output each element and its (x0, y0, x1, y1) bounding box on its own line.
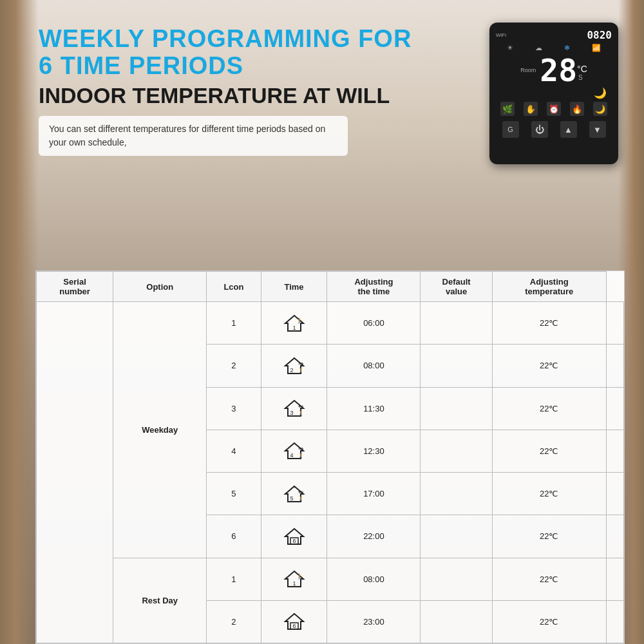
device-time: 0820 (587, 29, 612, 41)
rest-period-1: 1 (207, 558, 261, 600)
device-temp: 28 (540, 55, 577, 86)
rest-adj-temp-1 (606, 558, 623, 600)
svg-text:⇐: ⇐ (298, 488, 303, 495)
col-time: Time (261, 272, 327, 302)
device-g-btn[interactable]: G (502, 121, 519, 138)
svg-text:⇒: ⇒ (298, 445, 303, 452)
col-serial: Serialnumber (37, 272, 113, 302)
serial-number-cell (37, 302, 113, 643)
rest-adj-temp-2 (606, 600, 623, 643)
subtitle-text: You can set different temperatures for d… (49, 122, 337, 149)
device-room-label: Room (520, 67, 536, 73)
device-s-label: S (578, 74, 587, 81)
col-option: Option (113, 272, 207, 302)
device-sun-icon: ☀ (507, 44, 513, 52)
device-moon-btn[interactable]: 🌙 (593, 102, 607, 116)
default-2: 22℃ (492, 345, 606, 387)
device-wifi-label: WiFi (496, 32, 506, 38)
device-wifi-icon: 📶 (592, 44, 601, 52)
svg-text:6: 6 (292, 623, 296, 629)
svg-text:⇐: ⇐ (298, 402, 303, 410)
device-icons-row: ☀ ☁ ❄ 📶 (496, 44, 612, 52)
rest-time-1: 08:00 (327, 558, 421, 600)
adj-time-1 (421, 302, 493, 345)
period-3: 3 (207, 387, 261, 430)
adj-time-2 (421, 345, 493, 387)
main-title-line3: INDOOR TEMPERATURE AT WILL (39, 82, 470, 109)
time-1: 06:00 (327, 302, 421, 345)
main-title-line1: WEEKLY PROGRAMMING FOR (39, 26, 470, 53)
svg-text:⇒: ⇒ (298, 360, 303, 367)
svg-text:🚶: 🚶 (298, 452, 304, 459)
svg-text:6: 6 (292, 538, 296, 544)
schedule-table: Serialnumber Option Lcon Time Adjustingt… (36, 271, 624, 643)
time-2: 08:00 (327, 345, 421, 387)
svg-text:🚶: 🚶 (298, 410, 304, 416)
adj-time-4 (421, 430, 493, 472)
svg-text:4: 4 (290, 452, 293, 459)
period-2: 2 (207, 345, 261, 387)
rest-period-2: 2 (207, 600, 261, 643)
icon-5: 5 ⇐ 🚶 (261, 473, 327, 515)
default-4: 22℃ (492, 430, 606, 472)
svg-text:🚶: 🚶 (296, 573, 303, 580)
col-adjusting-time: Adjustingthe time (327, 272, 421, 302)
device-leaf-btn[interactable]: 🌿 (500, 102, 515, 116)
device-power-btn[interactable]: ⏻ (531, 121, 548, 138)
device-clock-btn[interactable]: ⏰ (547, 102, 561, 116)
svg-text:🚶: 🚶 (298, 495, 304, 502)
table-header-row: Serialnumber Option Lcon Time Adjustingt… (37, 272, 624, 302)
adj-temp-1 (606, 302, 623, 345)
device-hand-btn[interactable]: ✋ (524, 102, 538, 116)
svg-text:2: 2 (290, 367, 293, 374)
device-down-btn[interactable]: ▼ (589, 121, 606, 138)
default-1: 22℃ (492, 302, 606, 345)
adj-temp-3 (606, 387, 623, 430)
svg-text:1: 1 (292, 580, 296, 587)
time-3: 11:30 (327, 387, 421, 430)
icon-1: 1 🚶 (261, 302, 327, 345)
svg-text:5: 5 (290, 495, 293, 502)
rest-default-2: 22℃ (492, 600, 606, 643)
device-flame-btn[interactable]: 🔥 (570, 102, 584, 116)
thermostat-device: WiFi 0820 ☀ ☁ ❄ 📶 Room 28 °C S 🌙 🌿 ✋ ⏰ 🔥… (489, 23, 618, 164)
period-6: 6 (207, 515, 261, 558)
col-default: Defaultvalue (421, 272, 493, 302)
restday-cell: Rest Day (113, 558, 207, 643)
default-3: 22℃ (492, 387, 606, 430)
device-snow-icon: ❄ (564, 44, 570, 52)
adj-temp-6 (606, 515, 623, 558)
adj-time-5 (421, 473, 493, 515)
time-4: 12:30 (327, 430, 421, 472)
device-bottom-icons: 🌿 ✋ ⏰ 🔥 🌙 (496, 102, 612, 116)
device-moon-icon: 🌙 (594, 87, 607, 99)
table-row: Rest Day 1 1 🚶 08:00 22℃ (37, 558, 624, 600)
rest-default-1: 22℃ (492, 558, 606, 600)
table-row: Weekday 1 1 🚶 06:00 22℃ (37, 302, 624, 345)
icon-6: 6 (261, 515, 327, 558)
device-up-btn[interactable]: ▲ (560, 121, 577, 138)
adj-temp-2 (606, 345, 623, 387)
rest-adj-time-1 (421, 558, 493, 600)
default-5: 22℃ (492, 473, 606, 515)
period-1: 1 (207, 302, 261, 345)
device-unit: °C (577, 64, 587, 74)
header-section: WEEKLY PROGRAMMING FOR 6 TIME PERIODS IN… (0, 0, 644, 206)
svg-text:🚶: 🚶 (296, 317, 303, 324)
icon-3: 3 ⇐ 🚶 (261, 387, 327, 430)
period-5: 5 (207, 473, 261, 515)
rest-time-2: 23:00 (327, 600, 421, 643)
time-5: 17:00 (327, 473, 421, 515)
adj-temp-5 (606, 473, 623, 515)
table-section: Serialnumber Option Lcon Time Adjustingt… (35, 270, 625, 644)
time-6: 22:00 (327, 515, 421, 558)
rest-icon-2: 6 (261, 600, 327, 643)
device-top-row: WiFi 0820 (496, 29, 612, 41)
adj-time-3 (421, 387, 493, 430)
adj-temp-4 (606, 430, 623, 472)
col-adjusting-temp: Adjustingtemperature (492, 272, 606, 302)
rest-adj-time-2 (421, 600, 493, 643)
header-text-block: WEEKLY PROGRAMMING FOR 6 TIME PERIODS IN… (39, 19, 470, 156)
svg-text:3: 3 (290, 410, 293, 416)
period-4: 4 (207, 430, 261, 472)
